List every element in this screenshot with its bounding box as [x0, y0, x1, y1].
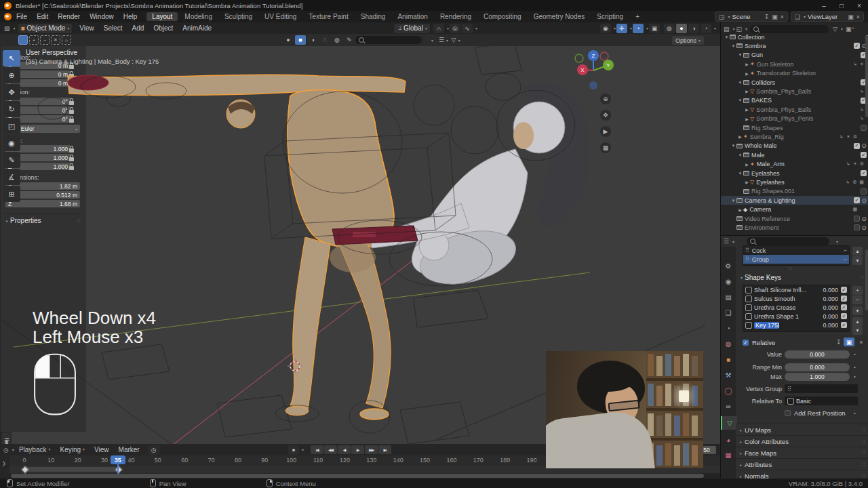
outliner-item-label[interactable]: Sombra [745, 43, 766, 49]
outliner-row[interactable]: ▶✶Sombra_Rig↳ ✶ ⚙⊙ [721, 132, 868, 141]
outliner-item-label[interactable]: Translocator Skeleton [757, 70, 816, 77]
outliner-row[interactable]: Rig Shapes.001⊙ [721, 187, 868, 196]
visibility-eye-icon[interactable]: ⊙ [860, 224, 868, 231]
exclude-checkbox[interactable]: ✓ [861, 152, 867, 158]
minimize-button[interactable]: – [815, 0, 833, 11]
shading-rendered-icon[interactable]: ◔ [701, 24, 711, 33]
outliner-item-label[interactable]: Video Reference [745, 216, 790, 222]
shape-key-name[interactable]: Urethra Crease [754, 304, 796, 311]
filter-particles-icon[interactable]: ∴ [319, 35, 330, 45]
unlink-icon[interactable]: × [856, 14, 860, 20]
transport-jump-end-button[interactable]: ▶| [378, 445, 391, 454]
outliner-item-label[interactable]: Sombra_Phys_Balls [756, 106, 811, 113]
snap-magnet-icon[interactable]: ∩ [433, 24, 444, 33]
tool-rotate[interactable]: ↻ [3, 101, 20, 117]
transport-play-reverse-button[interactable]: ◀ [338, 445, 351, 454]
auto-keying-record-icon[interactable]: ● [288, 445, 299, 455]
tool-measure[interactable]: ∡ [3, 169, 20, 185]
outliner-row[interactable]: ▼Colliders✓⊙ [721, 78, 868, 87]
exclude-checkbox[interactable]: ✓ [854, 143, 860, 149]
select-mode-subtract-icon[interactable]: − [40, 35, 50, 45]
shading-wireframe-icon[interactable]: ◍ [664, 24, 675, 33]
playback-sync-clock-icon[interactable]: ◷ [149, 445, 159, 455]
properties-tab-texture[interactable]: ▦ [721, 448, 736, 462]
select-mode-intersect-icon[interactable]: ∩ [62, 35, 71, 45]
tool-transform[interactable]: ◉ [3, 135, 20, 151]
outliner-row[interactable]: ▼Eyelashes✓⊙ [721, 169, 868, 178]
channel-expand-icon[interactable]: ❯ [2, 461, 6, 466]
outliner-item-label[interactable]: BAKES [751, 97, 772, 104]
move-up-button[interactable]: ▴ [852, 247, 863, 256]
relative-checkbox[interactable]: ✓ [743, 340, 749, 346]
exclude-checkbox[interactable] [854, 216, 860, 222]
visibility-eye-icon[interactable]: ⊙ [860, 142, 868, 149]
shape-key-row[interactable]: Urethra Shape 10.000✓ [743, 312, 849, 321]
outliner-item-label[interactable]: Environment [745, 224, 779, 231]
options-button[interactable]: Options▾ [672, 36, 704, 45]
range-min-field[interactable]: 0.000 [785, 363, 850, 371]
vertex-group-name[interactable]: Group [752, 256, 769, 263]
expand-icon[interactable]: ▼ [730, 199, 736, 203]
timeline-menu-keying[interactable]: Keying▾ [55, 444, 90, 455]
shading-material-preview-icon[interactable]: ◑ [688, 24, 699, 33]
shape-keys-panel-header[interactable]: ▾ Shape Keys ∷ [738, 274, 865, 281]
pin-icon[interactable]: ↧ [764, 14, 770, 20]
filter-mesh-icon[interactable]: ■ [295, 35, 306, 45]
add-rest-position-row[interactable]: Add Rest Position [785, 409, 846, 417]
editor-type-icon[interactable]: ▤ [724, 26, 730, 33]
copy-icon[interactable]: ▣ [848, 14, 854, 20]
shape-key-value[interactable]: 0.000 [823, 313, 838, 320]
filter-world-icon[interactable]: ◍ [332, 35, 342, 45]
expand-icon[interactable]: ▼ [724, 35, 730, 39]
workspace-tab-geometry-nodes[interactable]: Geometry Nodes [528, 12, 591, 21]
shape-key-value[interactable]: 0.000 [823, 304, 838, 311]
expand-icon[interactable]: ▼ [730, 144, 736, 148]
zoom-icon[interactable]: ⊕ [600, 94, 611, 104]
panel-normals[interactable]: ▸Normals∷ [736, 470, 868, 479]
outliner-row[interactable]: ▶▽Eyelashes↳ ⚙ ▦⊙ [721, 178, 868, 186]
exclude-checkbox[interactable] [861, 188, 867, 195]
filter-material-icon[interactable]: ◑ [307, 35, 318, 45]
blender-menu-icon[interactable] [4, 13, 12, 20]
menu-render[interactable]: Render [53, 11, 85, 22]
properties-tab-scene[interactable]: ◔ [721, 321, 736, 335]
vertex-group-row[interactable]: ⠿Cock⌐ [743, 246, 849, 255]
move-down-button[interactable]: ▾ [852, 256, 863, 265]
editor-type-icon[interactable]: ◷ [3, 447, 9, 453]
exclude-checkbox[interactable] [854, 224, 860, 230]
properties-tab-world[interactable]: ◍ [721, 337, 736, 350]
outliner-row[interactable]: ▼BAKES✓⊙ [721, 96, 868, 105]
current-frame-indicator[interactable]: 35 [111, 455, 125, 464]
expand-icon[interactable]: ▶ [737, 134, 743, 139]
exclude-checkbox[interactable] [861, 125, 867, 131]
workspace-tab-rendering[interactable]: Rendering [435, 12, 477, 21]
scene-name[interactable]: Scene [732, 13, 751, 20]
expand-icon[interactable]: ▶ [744, 107, 750, 112]
shape-key-row[interactable]: Sulcus Smooth0.000✓ [743, 294, 849, 303]
shape-key-mute-checkbox[interactable]: ✓ [841, 322, 847, 328]
shape-key-name[interactable]: Shaft Silicone Infl... [754, 287, 806, 293]
outliner-row[interactable]: ▶✶Male_Arm↳ ✶ ⚙⊙ [721, 160, 868, 169]
expand-icon[interactable]: ▶ [737, 207, 743, 212]
shape-key-value[interactable]: 0.000 [823, 296, 838, 302]
select-mode-extend-icon[interactable]: + [29, 35, 39, 45]
menu-help[interactable]: Help [119, 11, 142, 22]
outliner-row[interactable]: ▼Camera & Lighting✓⊙ [721, 196, 868, 205]
shading-solid-icon[interactable]: ● [676, 24, 687, 33]
shape-key-value[interactable]: 0.000 [823, 287, 838, 293]
outliner-row[interactable]: ▶✶Translocator Skeleton⊙ [721, 69, 868, 78]
timeline-scrollbar[interactable] [9, 474, 720, 478]
shape-key-row[interactable]: Key 1750.000✓ [743, 321, 849, 329]
outliner-item-label[interactable]: Gun Skeleton [757, 61, 794, 68]
exclude-checkbox[interactable]: ✓ [854, 197, 860, 203]
properties-tab-output[interactable]: ▤ [721, 290, 736, 304]
workspace-tab-texture-paint[interactable]: Texture Paint [303, 12, 353, 21]
outliner-item-label[interactable]: Camera & Lighting [745, 197, 795, 204]
filter-object-icon[interactable]: ● [283, 35, 294, 45]
expand-icon[interactable]: ▼ [730, 44, 736, 48]
scene-selector[interactable]: ◲▾ Scene ↧ ▣ × [715, 12, 788, 22]
shape-key-name[interactable]: Urethra Shape 1 [754, 313, 799, 320]
shape-key-mute-checkbox[interactable]: ✓ [841, 304, 847, 310]
outliner-row[interactable]: ▶▽Sombra_Phys_Balls↳⊙ [721, 87, 868, 96]
relative-to-field[interactable]: Basic [785, 396, 858, 405]
